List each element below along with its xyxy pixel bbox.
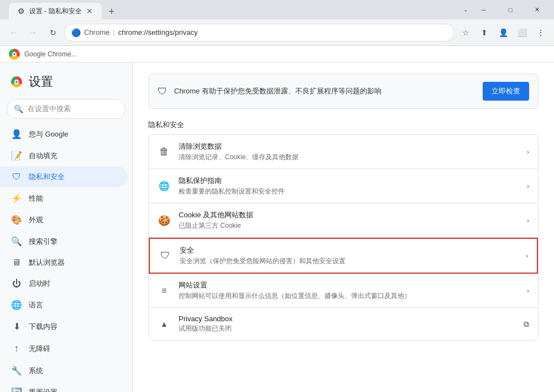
privacy-sandbox-subtitle: 试用版功能已关闭 <box>179 324 516 333</box>
clear-browsing-item[interactable]: 🗑 清除浏览数据 清除浏览记录、Cookie、缓存及其他数据 › <box>149 135 538 169</box>
settings-layout: 设置 🔍 在设置中搜索 👤 您与 Google 📝 自动填充 🛡 隐私和安全 <box>0 62 554 392</box>
settings-title: 设置 <box>29 74 53 90</box>
performance-icon: ⚡ <box>11 193 22 203</box>
active-tab[interactable]: ⚙ 设置 - 隐私和安全 ✕ <box>9 3 102 19</box>
tab-title: 设置 - 隐私和安全 <box>29 7 82 16</box>
search-icon: 🔍 <box>14 104 23 113</box>
cookies-content: Cookie 及其他网站数据 已阻止第三方 Cookie <box>179 210 519 231</box>
clear-browsing-arrow: › <box>527 148 529 156</box>
privacy-guide-arrow: › <box>527 182 529 190</box>
sidebar-label-privacy: 隐私和安全 <box>29 172 65 182</box>
sidebar-item-downloads[interactable]: ⬇ 下载内容 <box>0 316 128 337</box>
sidebar-item-search[interactable]: 🔍 搜索引擎 <box>0 231 128 252</box>
browser-icon: 🖥 <box>11 258 22 268</box>
settings-logo <box>11 76 22 87</box>
new-tab-button[interactable]: + <box>104 4 119 19</box>
safety-banner: 🛡 Chrome 有助于保护您免受数据泄露、不良扩展程序等问题的影响 立即检查 <box>148 74 539 109</box>
privacy-sandbox-item[interactable]: ▲ Privacy Sandbox 试用版功能已关闭 ⧉ <box>149 308 538 340</box>
sidebar-item-startup[interactable]: ⏻ 启动时 <box>0 273 128 294</box>
clear-browsing-subtitle: 清除浏览记录、Cookie、缓存及其他数据 <box>179 153 519 162</box>
privacy-icon: 🛡 <box>11 172 22 182</box>
tab-bar: ⚙ 设置 - 隐私和安全 ✕ + <box>4 0 124 19</box>
sidebar-item-system[interactable]: 🔧 系统 <box>0 360 128 381</box>
privacy-guide-subtitle: 检查重要的隐私控制设置和安全控件 <box>179 187 519 196</box>
sidebar-label-startup: 启动时 <box>29 279 50 289</box>
sidebar-label-accessibility: 无障碍 <box>29 344 50 354</box>
cookies-subtitle: 已阻止第三方 Cookie <box>179 221 519 231</box>
minimize-icon: ⌄ <box>463 7 468 13</box>
security-subtitle: 安全浏览（保护您免受危险网站的侵害）和其他安全设置 <box>180 257 518 266</box>
extensions-button[interactable]: ⬜ <box>513 24 531 41</box>
close-button[interactable]: ✕ <box>524 0 550 19</box>
system-icon: 🔧 <box>11 365 22 376</box>
sidebar-item-performance[interactable]: ⚡ 性能 <box>0 187 128 209</box>
autofill-icon: 📝 <box>11 150 22 161</box>
security-arrow: › <box>526 252 528 260</box>
address-separator: | <box>113 28 114 36</box>
site-settings-item[interactable]: ≡ 网站设置 控制网站可以使用和显示什么信息（如位置信息、摄像头、弹出式窗口及其… <box>149 274 538 308</box>
security-shield-icon: 🛡 <box>159 250 172 262</box>
clear-browsing-title: 清除浏览数据 <box>179 142 519 151</box>
site-settings-icon: ≡ <box>158 286 171 296</box>
chrome-logo <box>9 49 20 60</box>
privacy-guide-item[interactable]: 🌐 隐私保护指南 检查重要的隐私控制设置和安全控件 › <box>149 169 538 203</box>
security-item[interactable]: 🛡 安全 安全浏览（保护您免受危险网站的侵害）和其他安全设置 › <box>149 238 538 274</box>
cookies-item[interactable]: 🍪 Cookie 及其他网站数据 已阻止第三方 Cookie › <box>149 203 538 238</box>
address-bar[interactable]: 🔵 Chrome | chrome://settings/privacy <box>64 24 454 41</box>
tab-close-button[interactable]: ✕ <box>86 7 93 15</box>
sidebar-label-google: 您与 Google <box>29 129 69 139</box>
accessibility-icon: ↑ <box>11 343 22 354</box>
sidebar-item-reset[interactable]: 🔄 重置设置 <box>0 381 128 392</box>
check-now-button[interactable]: 立即检查 <box>483 82 529 101</box>
app-header: Google Chrome... <box>0 46 554 62</box>
sidebar-label-search: 搜索引擎 <box>29 237 58 247</box>
privacy-guide-content: 隐私保护指南 检查重要的隐私控制设置和安全控件 <box>179 176 519 196</box>
privacy-menu-list: 🗑 清除浏览数据 清除浏览记录、Cookie、缓存及其他数据 › 🌐 隐私保护指… <box>148 134 539 341</box>
site-settings-title: 网站设置 <box>179 280 519 290</box>
maximize-button[interactable]: □ <box>498 0 523 19</box>
sidebar-label-browser: 默认浏览器 <box>29 258 65 268</box>
security-content: 安全 安全浏览（保护您免受危险网站的侵害）和其他安全设置 <box>180 245 518 266</box>
title-bar: ⚙ 设置 - 隐私和安全 ✕ + ⌄ ─ □ ✕ <box>0 0 554 19</box>
trash-icon: 🗑 <box>158 146 171 158</box>
sidebar-item-default-browser[interactable]: 🖥 默认浏览器 <box>0 252 128 273</box>
menu-button[interactable]: ⋮ <box>532 24 550 41</box>
sidebar-label-autofill: 自动填充 <box>29 151 58 161</box>
sidebar-item-language[interactable]: 🌐 语言 <box>0 294 128 316</box>
appearance-icon: 🎨 <box>11 215 22 225</box>
forward-button[interactable]: → <box>24 24 42 41</box>
sidebar-item-appearance[interactable]: 🎨 外观 <box>0 209 128 231</box>
reset-icon: 🔄 <box>11 387 22 392</box>
sidebar-item-autofill[interactable]: 📝 自动填充 <box>0 145 128 166</box>
external-link-icon: ⧉ <box>524 320 529 329</box>
back-button[interactable]: ← <box>4 24 22 41</box>
banner-text: Chrome 有助于保护您免受数据泄露、不良扩展程序等问题的影响 <box>174 86 476 96</box>
sidebar-item-accessibility[interactable]: ↑ 无障碍 <box>0 337 128 360</box>
cookies-title: Cookie 及其他网站数据 <box>179 210 519 220</box>
sidebar-label-performance: 性能 <box>29 194 43 203</box>
settings-search[interactable]: 🔍 在设置中搜索 <box>7 99 126 119</box>
google-icon: 👤 <box>11 129 22 139</box>
minimize-button[interactable]: ─ <box>471 0 496 19</box>
sidebar-label-appearance: 外观 <box>29 215 43 225</box>
sidebar-label-system: 系统 <box>29 366 43 376</box>
address-protocol-icon: 🔵 <box>71 28 81 37</box>
sidebar-label-language: 语言 <box>29 300 43 310</box>
clear-browsing-content: 清除浏览数据 清除浏览记录、Cookie、缓存及其他数据 <box>179 142 519 162</box>
cookie-icon: 🍪 <box>158 215 171 227</box>
address-chrome-label: Chrome <box>84 28 109 36</box>
privacy-sandbox-title: Privacy Sandbox <box>179 315 516 323</box>
sidebar-item-privacy[interactable]: 🛡 隐私和安全 <box>0 166 128 187</box>
app-name: Google Chrome... <box>24 50 77 58</box>
nav-bar: ← → ↻ 🔵 Chrome | chrome://settings/priva… <box>0 19 554 46</box>
nav-actions: ☆ ⬆ 👤 ⬜ ⋮ <box>457 24 550 41</box>
privacy-sandbox-content: Privacy Sandbox 试用版功能已关闭 <box>179 315 516 333</box>
globe-icon: 🌐 <box>158 181 171 191</box>
bookmark-button[interactable]: ☆ <box>457 24 474 41</box>
sandbox-icon: ▲ <box>158 320 171 328</box>
reload-button[interactable]: ↻ <box>44 24 62 41</box>
profile-button[interactable]: 👤 <box>494 24 512 41</box>
tab-favicon: ⚙ <box>18 7 25 15</box>
sidebar-item-google[interactable]: 👤 您与 Google <box>0 123 128 145</box>
save-page-button[interactable]: ⬆ <box>475 24 493 41</box>
